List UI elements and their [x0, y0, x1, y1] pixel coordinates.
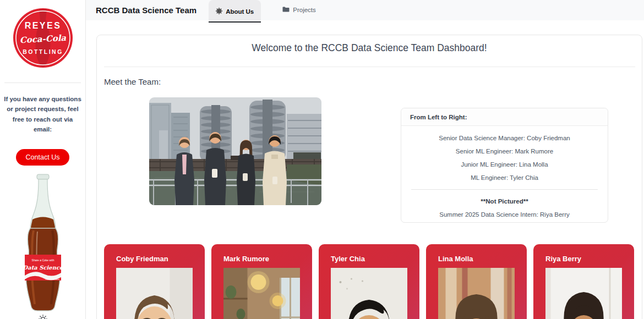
coke-bottle-image: Share a Coke with Data Science #ShareACo… [19, 173, 67, 312]
tab-about-us-label: About Us [226, 8, 254, 15]
folder-icon [282, 6, 290, 13]
roster-card: From Left to Right: Senior Data Science … [401, 108, 608, 223]
roster-member: Senior ML Engineer: Mark Rumore [401, 148, 608, 155]
app-title: RCCB Data Science Team [96, 6, 197, 15]
member-name: Coby Friedman [104, 244, 205, 263]
member-name: Riya Berry [533, 244, 634, 263]
welcome-heading: Welcome to the RCCB Data Science Team Da… [97, 42, 642, 54]
member-photo-tyler [331, 268, 407, 319]
roster-member: ML Engineer: Tyler Chia [401, 174, 608, 181]
nav-tabs: About Us Projects [209, 0, 323, 20]
member-name: Lina Molla [426, 244, 527, 263]
member-card-tyler: Tyler Chia [319, 244, 419, 319]
team-group-photo [149, 97, 321, 205]
member-name: Mark Rumore [211, 244, 312, 263]
coke-bottle-graphic: Share a Coke with Data Science #ShareACo… [19, 173, 67, 312]
logo-text-top: REYES [24, 21, 61, 30]
roster-member: Junior ML Engineer: Lina Molla [401, 161, 608, 168]
sidebar-help-text: If you have any questions or project req… [3, 94, 82, 135]
tab-about-us[interactable]: About Us [209, 0, 261, 23]
tab-projects-label: Projects [293, 7, 316, 13]
main-content-card: Welcome to the RCCB Data Science Team Da… [96, 35, 642, 319]
member-name: Tyler Chia [319, 244, 419, 263]
logo-text-bottom: BOTTLING [23, 48, 63, 55]
roster-divider [411, 189, 598, 190]
meet-the-team-heading: Meet the Team: [104, 77, 161, 86]
gear-icon [216, 8, 222, 15]
sidebar: REYES Coca-Cola BOTTLING If you have any… [0, 0, 86, 319]
roster-member: Summer 2025 Data Science Intern: Riya Be… [401, 211, 608, 218]
member-photo-mark [223, 268, 300, 319]
roster-card-body: Senior Data Science Manager: Coby Friedm… [401, 126, 608, 218]
member-card-riya: Riya Berry [533, 244, 634, 319]
member-photo-coby [116, 268, 193, 319]
app-window: REYES Coca-Cola BOTTLING If you have any… [0, 0, 644, 319]
heading-divider [104, 67, 635, 67]
sidebar-divider [4, 82, 81, 83]
member-card-coby: Coby Friedman [104, 244, 205, 319]
member-card-lina: Lina Molla [426, 244, 527, 319]
member-card-row: Coby Friedman [104, 244, 634, 319]
not-pictured-label: **Not Pictured** [401, 198, 608, 205]
tab-projects[interactable]: Projects [275, 0, 323, 18]
logo-graphic: REYES Coca-Cola BOTTLING [10, 6, 75, 70]
reyes-coca-cola-logo: REYES Coca-Cola BOTTLING [10, 6, 75, 70]
sun-icon[interactable] [38, 314, 48, 319]
top-nav: RCCB Data Science Team About Us [86, 0, 644, 20]
member-photo-lina [438, 268, 515, 319]
member-photo-riya [545, 268, 622, 319]
contact-us-button[interactable]: Contact Us [16, 149, 70, 166]
member-card-mark: Mark Rumore [211, 244, 312, 319]
bottle-label-name-text: Data Science [23, 265, 63, 271]
roster-card-header: From Left to Right: [401, 108, 608, 126]
bottle-label-hashtag-text: #ShareACoke [45, 278, 59, 280]
bottle-label-top-text: Share a Coke with [31, 258, 54, 262]
roster-member: Senior Data Science Manager: Coby Friedm… [401, 135, 608, 141]
